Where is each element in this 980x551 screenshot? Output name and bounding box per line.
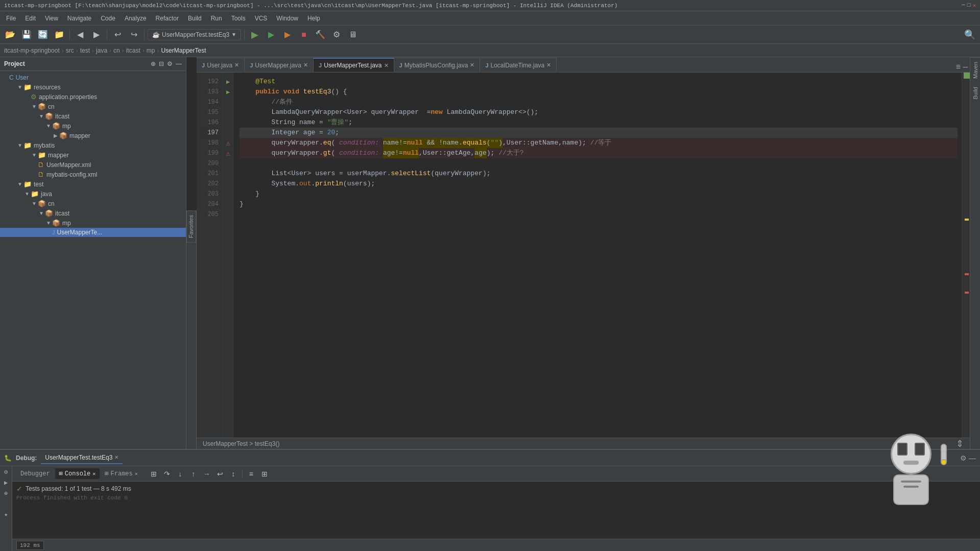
tree-item-mp-test[interactable]: ▼ 📦 mp: [0, 218, 186, 228]
search-everywhere-btn[interactable]: 🔍: [963, 28, 977, 42]
menu-item-vcs[interactable]: VCS: [251, 13, 272, 23]
build-btn[interactable]: 🔨: [313, 28, 327, 42]
settings-btn[interactable]: ⚙: [329, 28, 344, 42]
tree-item-test[interactable]: ▼ 📁 test: [0, 179, 186, 189]
step-into-btn[interactable]: ↓: [175, 468, 186, 480]
tab-usermappertest[interactable]: J UserMapperTest.java ✕: [314, 58, 394, 72]
tree-item-app-props[interactable]: ⚙ application.properties: [0, 92, 186, 102]
menu-item-window[interactable]: Window: [272, 13, 302, 23]
folder-btn[interactable]: 📁: [52, 28, 66, 42]
tree-item-itcast-res[interactable]: ▼ 📦 itcast: [0, 111, 186, 121]
breadcrumb-itcast[interactable]: itcast: [126, 47, 140, 54]
coverage-btn[interactable]: ▶: [264, 28, 278, 42]
debug-session-tab[interactable]: UserMapperTest.testEq3 ✕: [41, 452, 123, 464]
debug-run-btn[interactable]: ▶: [280, 28, 295, 42]
tree-item-mapper-res[interactable]: ▶ 📦 mapper: [0, 131, 186, 140]
menu-item-help[interactable]: Help: [303, 13, 324, 23]
scroll-icon[interactable]: ⇕: [956, 438, 964, 449]
save-btn[interactable]: 💾: [19, 28, 34, 42]
editor-tab-settings[interactable]: ≡: [956, 63, 961, 72]
back-btn[interactable]: ◀: [73, 28, 87, 42]
console-tab-close[interactable]: ✕: [92, 471, 95, 477]
forward-btn[interactable]: ▶: [89, 28, 104, 42]
menu-item-edit[interactable]: Edit: [21, 13, 40, 23]
debug-settings-icon[interactable]: ⚙: [960, 454, 967, 462]
minimize-btn[interactable]: ─: [962, 2, 965, 9]
run-btn[interactable]: ▶: [248, 28, 262, 42]
run-to-cursor-btn[interactable]: →: [201, 468, 212, 480]
tab-usermapper-close[interactable]: ✕: [303, 62, 308, 68]
menu-item-navigate[interactable]: Navigate: [63, 13, 95, 23]
menu-item-view[interactable]: View: [41, 13, 62, 23]
run-config-selector[interactable]: ☕ UserMapperTest.testEq3 ▼: [148, 29, 241, 40]
menu-item-code[interactable]: Code: [97, 13, 119, 23]
watches-btn[interactable]: ⊞: [259, 468, 270, 480]
build-tab[interactable]: Build: [971, 83, 980, 103]
tree-item-java[interactable]: ▼ 📁 java: [0, 189, 186, 199]
tree-item-user[interactable]: C User: [0, 73, 186, 82]
tree-item-mybatis[interactable]: ▼ 📁 mybatis: [0, 140, 186, 150]
tab-user-close[interactable]: ✕: [234, 62, 239, 68]
tree-item-itcast-test[interactable]: ▼ 📦 itcast: [0, 208, 186, 218]
close-btn[interactable]: ✕: [972, 2, 976, 9]
tree-item-mapper-folder[interactable]: ▼ 📁 mapper: [0, 150, 186, 160]
debug-panel-icon-2[interactable]: ▶: [4, 479, 8, 487]
sidebar-collapse-icon[interactable]: ⊟: [159, 60, 164, 67]
menu-item-run[interactable]: Run: [207, 13, 226, 23]
tab-mybatisconfig-close[interactable]: ✕: [470, 62, 474, 68]
breadcrumb-root[interactable]: itcast-mp-springboot: [4, 47, 60, 54]
tree-item-usermappertest[interactable]: J UserMapperTe...: [0, 228, 186, 237]
run-gutter-192[interactable]: ▶: [226, 78, 230, 86]
breadcrumb-cn[interactable]: cn: [113, 47, 120, 54]
breadcrumb-mp[interactable]: mp: [147, 47, 155, 54]
stop-btn[interactable]: ■: [297, 28, 311, 42]
debug-panel-icon-1[interactable]: ⚙: [4, 468, 8, 476]
breadcrumb-java[interactable]: java: [96, 47, 107, 54]
tree-item-mybatis-config[interactable]: 🗋 mybatis-config.xml: [0, 170, 186, 179]
maven-tab[interactable]: Maven: [971, 57, 980, 83]
toggle-btn[interactable]: ↕: [228, 468, 239, 480]
editor-collapse[interactable]: —: [963, 63, 968, 72]
debug-session-close[interactable]: ✕: [114, 454, 118, 460]
expand-all-btn[interactable]: ⊞: [148, 468, 159, 480]
tree-item-cn-test[interactable]: ▼ 📦 cn: [0, 199, 186, 208]
tab-usermappertest-close[interactable]: ✕: [384, 62, 389, 69]
sidebar-settings-icon[interactable]: ⚙: [167, 60, 173, 67]
sidebar-add-icon[interactable]: ⊕: [151, 60, 156, 67]
tree-item-cn-res[interactable]: ▼ 📦 cn: [0, 102, 186, 111]
maximize-btn[interactable]: □: [967, 2, 971, 9]
frames-tab[interactable]: ⊞ Frames ✕: [101, 468, 141, 479]
code-content[interactable]: @Test public void testEq3() { //条件 Lambd…: [233, 73, 962, 438]
tab-mybatisconfig[interactable]: J MybatisPlusConfig.java ✕: [394, 58, 481, 72]
favorites-tab[interactable]: Favorites: [186, 210, 196, 243]
tab-user[interactable]: J User.java ✕: [197, 58, 245, 72]
menu-item-build[interactable]: Build: [184, 13, 206, 23]
debug-panel-icon-4[interactable]: ★: [4, 511, 8, 518]
menu-item-refactor[interactable]: Refactor: [152, 13, 183, 23]
tree-item-mp-res[interactable]: ▼ 📦 mp: [0, 121, 186, 131]
debug-minimize-icon[interactable]: —: [969, 454, 976, 462]
tab-localdatetime[interactable]: J LocalDateTime.java ✕: [480, 58, 557, 72]
console-tab[interactable]: ⊞ Console ✕: [55, 468, 100, 479]
menu-item-analyze[interactable]: Analyze: [121, 13, 151, 23]
menu-item-file[interactable]: File: [2, 13, 20, 23]
sync-btn[interactable]: 🔄: [36, 28, 50, 42]
breadcrumb-src[interactable]: src: [66, 47, 74, 54]
terminal-btn[interactable]: 🖥: [346, 28, 360, 42]
breadcrumb-file[interactable]: UserMapperTest: [161, 47, 206, 54]
tab-localdatetime-close[interactable]: ✕: [546, 62, 551, 68]
run-gutter-193[interactable]: ▶: [226, 88, 230, 96]
variables-btn[interactable]: ≡: [246, 468, 257, 480]
step-over-btn[interactable]: ↷: [161, 468, 173, 480]
redo-btn[interactable]: ↪: [127, 28, 141, 42]
evaluate-btn[interactable]: ↩: [214, 468, 226, 480]
open-folder-btn[interactable]: 📂: [3, 28, 17, 42]
breadcrumb-test[interactable]: test: [80, 47, 90, 54]
tree-item-usermapper-xml[interactable]: 🗋 UserMapper.xml: [0, 160, 186, 170]
undo-btn[interactable]: ↩: [110, 28, 125, 42]
tab-usermapper[interactable]: J UserMapper.java ✕: [245, 58, 314, 72]
debugger-tab[interactable]: Debugger: [16, 469, 54, 479]
menu-item-tools[interactable]: Tools: [227, 13, 250, 23]
tree-item-resources[interactable]: ▼ 📁 resources: [0, 82, 186, 92]
sidebar-close-icon[interactable]: —: [176, 60, 182, 67]
